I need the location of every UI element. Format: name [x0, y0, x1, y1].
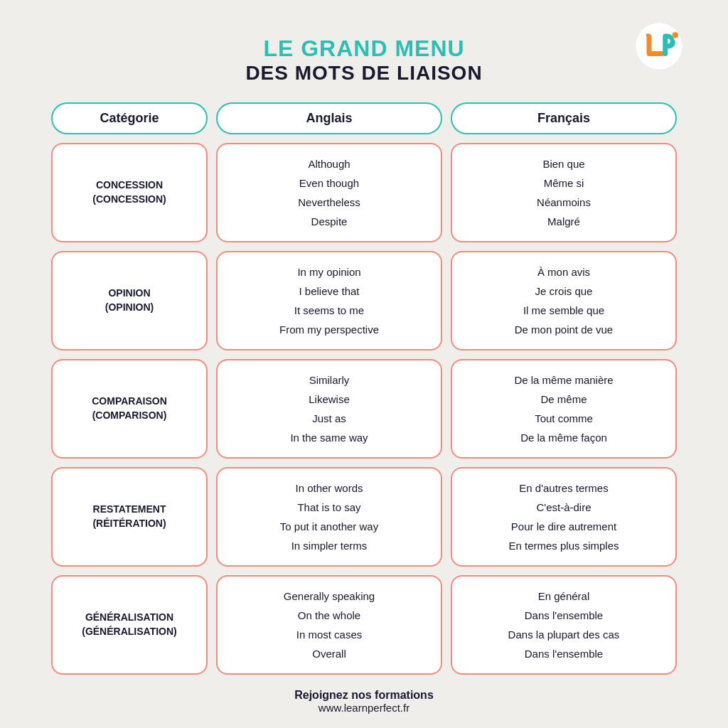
french-content-1: Bien queMême siNéanmoinsMalgré	[537, 154, 591, 231]
table-row: RESTATEMENT(RÉITÉRATION) In other wordsT…	[51, 467, 677, 567]
cell-category-3: COMPARAISON(COMPARISON)	[51, 359, 208, 459]
svg-point-1	[672, 32, 678, 38]
title-line2: DES MOTS DE LIAISON	[51, 62, 677, 85]
title-line1: LE GRAND MENU	[51, 36, 677, 62]
page: LE GRAND MENU DES MOTS DE LIAISON Catégo…	[23, 7, 705, 728]
cell-category-1: CONCESSION(CONCESSION)	[51, 143, 208, 242]
category-label-3: COMPARAISON(COMPARISON)	[92, 395, 167, 422]
cell-category-4: RESTATEMENT(RÉITÉRATION)	[51, 467, 208, 567]
cell-category-5: GÉNÉRALISATION(GÉNÉRALISATION)	[51, 575, 208, 675]
english-content-5: Generally speakingOn the wholeIn most ca…	[284, 587, 375, 663]
french-content-3: De la même manièreDe mêmeTout commeDe la…	[514, 370, 613, 447]
english-content-2: In my opinionI believe thatIt seems to m…	[279, 262, 379, 339]
cell-english-4: In other wordsThat is to sayTo put it an…	[216, 467, 442, 567]
cell-category-2: OPINION(OPINION)	[51, 251, 208, 350]
header: LE GRAND MENU DES MOTS DE LIAISON	[51, 28, 677, 85]
category-label-1: CONCESSION(CONCESSION)	[92, 178, 166, 206]
svg-point-0	[636, 23, 683, 70]
cell-french-5: En généralDans l'ensembleDans la plupart…	[451, 575, 677, 675]
logo	[634, 21, 684, 71]
cell-french-1: Bien queMême siNéanmoinsMalgré	[451, 143, 677, 242]
table-row: GÉNÉRALISATION(GÉNÉRALISATION) Generally…	[51, 575, 677, 675]
table-row: CONCESSION(CONCESSION) AlthoughEven thou…	[51, 143, 677, 242]
cell-french-4: En d'autres termesC'est-à-direPour le di…	[451, 467, 677, 567]
category-label-5: GÉNÉRALISATION(GÉNÉRALISATION)	[82, 611, 177, 638]
cell-english-1: AlthoughEven thoughNeverthelessDespite	[216, 143, 442, 242]
cell-french-2: À mon avisJe crois queIl me semble queDe…	[451, 251, 677, 350]
footer: Rejoignez nos formations www.learnperfec…	[51, 689, 677, 714]
col-header-francais: Français	[451, 102, 677, 134]
cell-french-3: De la même manièreDe mêmeTout commeDe la…	[451, 359, 677, 459]
english-content-1: AlthoughEven thoughNeverthelessDespite	[298, 154, 360, 231]
french-content-2: À mon avisJe crois queIl me semble queDe…	[515, 262, 613, 339]
cell-english-2: In my opinionI believe thatIt seems to m…	[216, 251, 442, 350]
cell-english-3: SimilarlyLikewiseJust asIn the same way	[216, 359, 442, 459]
category-label-4: RESTATEMENT(RÉITÉRATION)	[92, 503, 166, 530]
table: Catégorie Anglais Français CONCESSION(CO…	[51, 102, 677, 675]
english-content-4: In other wordsThat is to sayTo put it an…	[280, 478, 378, 555]
english-content-3: SimilarlyLikewiseJust asIn the same way	[290, 370, 368, 447]
footer-line2: www.learnperfect.fr	[51, 702, 677, 714]
french-content-4: En d'autres termesC'est-à-direPour le di…	[508, 478, 619, 555]
category-label-2: OPINION(OPINION)	[105, 287, 154, 314]
col-headers-row: Catégorie Anglais Français	[51, 102, 677, 134]
col-header-category: Catégorie	[51, 102, 208, 134]
table-row: COMPARAISON(COMPARISON) SimilarlyLikewis…	[51, 359, 677, 459]
french-content-5: En généralDans l'ensembleDans la plupart…	[508, 587, 620, 663]
footer-line1: Rejoignez nos formations	[51, 689, 677, 702]
col-header-anglais: Anglais	[216, 102, 442, 134]
cell-english-5: Generally speakingOn the wholeIn most ca…	[216, 575, 442, 675]
table-row: OPINION(OPINION) In my opinionI believe …	[51, 251, 677, 350]
